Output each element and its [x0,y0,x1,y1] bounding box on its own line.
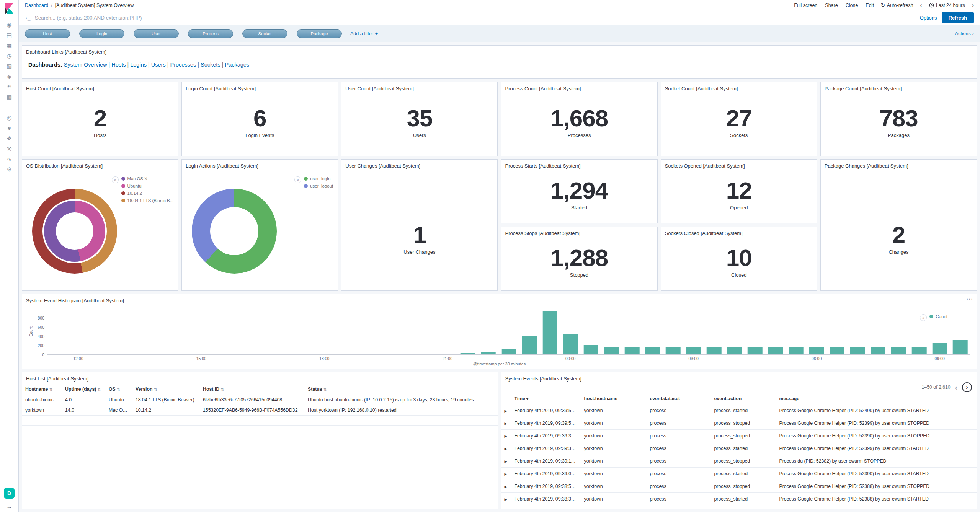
histogram-bar[interactable] [481,352,496,354]
legend-item[interactable]: Ubuntu [121,184,174,188]
events-column-event-action[interactable]: event.action [711,393,776,404]
histogram-bar[interactable] [768,347,783,354]
management-icon[interactable]: ⚙ [3,165,15,174]
histogram-bar[interactable] [891,347,906,354]
time-range-picker[interactable]: Last 24 hours [929,3,965,8]
legend-item[interactable]: 18.04.1 LTS (Bionic B... [121,198,174,203]
infrastructure-icon[interactable]: ▩ [3,93,15,102]
histogram-bar[interactable] [748,347,763,354]
histogram-bar[interactable] [707,347,722,354]
legend-item[interactable]: Mac OS X [121,176,174,181]
histogram-bar[interactable] [604,347,619,354]
histogram-bar[interactable] [830,347,844,354]
histogram-bar[interactable] [789,347,804,354]
histogram-bar[interactable] [686,347,701,354]
kibana-logo[interactable] [3,3,15,16]
filter-pill-user[interactable]: User [134,29,179,38]
filter-pill-process[interactable]: Process [188,29,233,38]
histogram-bar[interactable] [727,347,742,354]
dashboard-icon[interactable]: ▦ [3,41,15,50]
events-column-message[interactable]: message [776,393,977,404]
histogram-bar[interactable] [563,334,578,354]
breadcrumb-dashboard-link[interactable]: Dashboard [25,3,48,8]
export-formatted-link[interactable]: Formatted ↓ [67,508,92,509]
legend-item[interactable]: user_login [304,176,333,181]
expand-row-icon[interactable]: ▶ [505,497,507,501]
histogram-bar[interactable] [542,311,557,354]
event-row[interactable]: ▶February 4th 2019, 09:39:51.199yorktown… [501,417,977,430]
host-row[interactable]: ubuntu-bionic4.0Ubuntu18.04.1 LTS (Bioni… [22,395,498,405]
timelion-icon[interactable]: ◷ [3,51,15,60]
expand-row-icon[interactable]: ▶ [505,485,507,489]
histogram-bar[interactable] [871,347,886,354]
add-filter-button[interactable]: Add a filter + [350,31,378,36]
histogram-bar[interactable] [809,347,824,354]
share-button[interactable]: Share [825,3,838,8]
dashboard-link-hosts[interactable]: Hosts [111,62,126,68]
legend-item[interactable]: user_logout [304,184,333,188]
histogram-bar[interactable] [953,340,968,354]
expand-row-icon[interactable]: ▶ [505,434,507,438]
dashboard-link-processes[interactable]: Processes [170,62,196,68]
export-raw-link[interactable]: Raw ↓ [47,508,61,509]
histogram-bar[interactable] [501,349,516,354]
host-row[interactable]: yorktown14.0Mac OS X10.14.2155320EF-9AB6… [22,405,498,416]
panel-options-icon[interactable]: ⋯ [966,295,973,303]
machine-learning-icon[interactable]: ≋ [3,82,15,91]
expand-row-icon[interactable]: ▶ [505,472,507,476]
filter-pill-login[interactable]: Login [79,29,124,38]
events-column-event-dataset[interactable]: event.dataset [647,393,711,404]
host-column-uptime-days[interactable]: Uptime (days)⇅ [62,384,106,395]
expand-row-icon[interactable]: ▶ [505,422,507,426]
event-row[interactable]: ▶February 4th 2019, 09:39:31.199yorktown… [501,442,977,455]
visualize-icon[interactable]: ▤ [3,31,15,40]
host-column-version[interactable]: Version⇅ [132,384,200,395]
events-column-time[interactable]: Time▾ [511,393,581,404]
dev-tools-icon[interactable]: ⚒ [3,144,15,153]
logs-icon[interactable]: ≡ [3,103,15,112]
host-column-hostname[interactable]: Hostname⇅ [22,384,62,395]
event-row[interactable]: ▶February 4th 2019, 09:39:01.196yorktown… [501,468,977,480]
histogram-bar[interactable] [645,347,660,354]
edit-button[interactable]: Edit [866,3,874,8]
host-column-status[interactable]: Status⇅ [305,384,498,395]
dashboard-link-users[interactable]: Users [151,62,166,68]
histogram-bar[interactable] [461,353,475,354]
legend-item[interactable]: 10.14.2 [121,191,174,196]
prev-page-icon[interactable]: ‹ [955,384,957,391]
event-row[interactable]: ▶February 4th 2019, 09:39:51.199yorktown… [501,404,977,417]
graph-icon[interactable]: ❖ [3,134,15,143]
histogram-bar[interactable] [932,343,947,354]
dashboard-link-system-overview[interactable]: System Overview [64,62,107,68]
histogram-bar[interactable] [850,347,865,354]
expand-row-icon[interactable]: ▶ [505,447,507,451]
options-button[interactable]: Options [920,15,937,21]
filter-pill-package[interactable]: Package [297,29,342,38]
os-distribution-donut[interactable] [32,189,117,274]
time-next-icon[interactable]: › [972,2,974,8]
filter-pill-socket[interactable]: Socket [242,29,287,38]
discover-icon[interactable]: ◉ [3,20,15,29]
histogram-bar[interactable] [666,347,681,354]
histogram-bar[interactable] [584,345,599,354]
search-input[interactable] [35,15,915,21]
event-row[interactable]: ▶February 4th 2019, 09:38:51.197yorktown… [501,480,977,493]
refresh-button[interactable]: Refresh [942,12,974,23]
time-prev-icon[interactable]: ‹ [920,2,922,8]
legend-toggle-icon[interactable]: » [112,176,119,183]
uptime-icon[interactable]: ♥ [3,124,15,133]
histogram-bar[interactable] [522,336,537,354]
monitoring-icon[interactable]: ∿ [3,155,15,164]
events-column-host-hostname[interactable]: host.hostname [581,393,647,404]
maps-icon[interactable]: ◈ [3,72,15,81]
histogram-bar[interactable] [912,347,927,354]
event-row[interactable]: ▶February 4th 2019, 09:38:31.195yorktown… [501,493,977,505]
full-screen-button[interactable]: Full screen [794,3,817,8]
legend-toggle-icon[interactable]: » [294,176,301,183]
space-badge[interactable]: D [4,488,15,499]
auto-refresh-button[interactable]: ↻ Auto-refresh [881,2,913,8]
actions-menu-button[interactable]: Actions › [955,31,974,36]
next-page-icon[interactable]: › [962,382,972,392]
event-row[interactable]: ▶February 4th 2019, 09:39:11.198yorktown… [501,455,977,468]
dashboard-link-packages[interactable]: Packages [225,62,249,68]
